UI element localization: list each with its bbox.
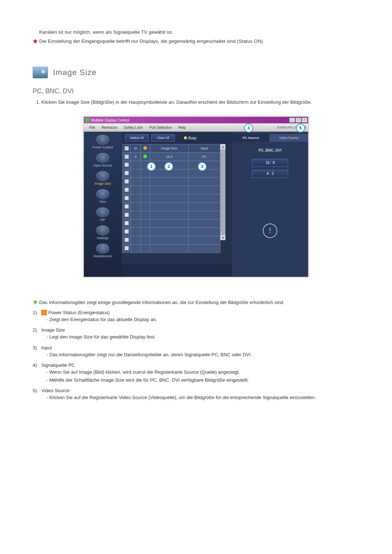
table-row[interactable] bbox=[123, 211, 220, 219]
row-input: PC bbox=[188, 153, 220, 161]
menu-file[interactable]: File bbox=[86, 124, 98, 131]
sidebar-item-power-control[interactable]: Power Control bbox=[85, 135, 121, 149]
desc-item-title-row: Input bbox=[41, 345, 359, 350]
clear-all-button[interactable]: Clear All bbox=[151, 134, 175, 141]
desc-intro: Das Informationsgitter zeigt einige grun… bbox=[39, 299, 285, 306]
power-status-icon bbox=[143, 155, 147, 158]
description-block: ★ Das Informationsgitter zeigt einige gr… bbox=[33, 299, 359, 401]
desc-item-line: Zeigt den Energiestatus für das aktuelle… bbox=[46, 316, 359, 323]
desc-item-number: 5) bbox=[33, 388, 41, 393]
desc-item-title: Power Status (Energiestatus) bbox=[48, 310, 110, 315]
tab-video-source[interactable]: Video Source 5 bbox=[270, 134, 308, 142]
table-row[interactable] bbox=[123, 203, 220, 211]
callout-5: 5 bbox=[296, 124, 305, 132]
app-icon bbox=[85, 118, 90, 122]
scroll-up-icon[interactable]: ▴ bbox=[220, 144, 225, 149]
grid-header-power bbox=[140, 144, 150, 153]
menu-remocon[interactable]: Remocon bbox=[98, 124, 121, 131]
section-title: Image Size bbox=[53, 68, 97, 77]
desc-item: 1)Power Status (Energiestatus)Zeigt den … bbox=[33, 310, 359, 323]
desc-item-title-row: Signalquelle PC bbox=[41, 362, 359, 368]
image-size-icon bbox=[33, 67, 48, 78]
info-icon: ! bbox=[263, 223, 277, 238]
tab-pc-source[interactable]: PC Source 4 bbox=[232, 134, 270, 142]
row-size: 16:9 bbox=[150, 153, 188, 161]
desc-item-title-row: Image Size bbox=[41, 327, 359, 333]
pip-icon bbox=[96, 207, 109, 217]
section-subhead: PC, BNC, DVI bbox=[33, 87, 359, 95]
sidebar: Power Control Input Source Image Size Ti… bbox=[84, 132, 122, 277]
sidebar-item-image-size[interactable]: Image Size bbox=[85, 171, 121, 185]
close-button[interactable]: × bbox=[302, 118, 307, 123]
busy-dot-icon bbox=[184, 136, 187, 139]
section-step-1: Klicken Sie Image Size (Bildgröße) in de… bbox=[41, 99, 359, 106]
menu-safety-lock[interactable]: Safety Lock bbox=[121, 124, 146, 131]
intro-line-2: ★ Die Einstellung der Eingangsquelle bet… bbox=[33, 38, 359, 45]
table-row[interactable] bbox=[123, 228, 220, 236]
callout-4: 4 bbox=[244, 124, 253, 132]
input-source-icon bbox=[96, 153, 109, 163]
info-grid: ID Image Size Input 0 16:9 PC bbox=[122, 144, 220, 253]
app-window: Multiple Display Control _ □ × File Remo… bbox=[83, 116, 309, 277]
desc-item: 5)Video SourceKlicken Sie auf die Regist… bbox=[33, 388, 359, 401]
minimize-button[interactable]: _ bbox=[289, 118, 295, 123]
sidebar-item-time[interactable]: Time bbox=[85, 189, 121, 204]
busy-indicator: Busy bbox=[184, 136, 196, 140]
source-label: PC, BNC, DVI bbox=[232, 148, 308, 152]
row-id: 0 bbox=[131, 153, 141, 161]
right-pane: PC Source 4 Video Source 5 PC, BNC, DVI … bbox=[232, 132, 308, 277]
sidebar-item-settings[interactable]: Settings bbox=[85, 225, 121, 240]
table-row[interactable] bbox=[123, 178, 220, 186]
menu-help[interactable]: Help bbox=[175, 124, 189, 131]
green-star-icon: ★ bbox=[33, 299, 39, 305]
table-row[interactable] bbox=[123, 219, 220, 228]
desc-item-line: Wenn Sie auf Image (Bild) klicken, wird … bbox=[46, 369, 359, 376]
desc-item-line: Legt den Image Size für das gewählte Dis… bbox=[46, 333, 359, 341]
power-control-icon bbox=[96, 135, 109, 145]
desc-item-title-row: Power Status (Energiestatus) bbox=[41, 310, 359, 315]
settings-icon bbox=[96, 225, 109, 235]
menubar: File Remocon Safety Lock Port Selection … bbox=[84, 123, 308, 132]
time-icon bbox=[96, 189, 109, 199]
desc-item-title: Video Source bbox=[41, 388, 70, 393]
sidebar-item-maintenance[interactable]: Maintenance bbox=[85, 243, 121, 258]
desc-item-number: 3) bbox=[33, 345, 41, 350]
table-row[interactable] bbox=[123, 186, 220, 194]
callout-1: 1 bbox=[147, 162, 156, 171]
intro-text-2: Die Einstellung der Eingangsquelle betri… bbox=[39, 38, 359, 45]
row-checkbox[interactable] bbox=[124, 155, 129, 159]
maintenance-icon bbox=[96, 243, 109, 254]
intro-line-1: ★ Kanälen ist nur möglich, wenn als Sign… bbox=[33, 29, 359, 36]
table-row[interactable] bbox=[123, 245, 220, 253]
power-small-icon bbox=[41, 310, 47, 315]
ratio-16-9-button[interactable]: 16 : 9 bbox=[252, 159, 288, 167]
grid-scrollbar[interactable]: ▴ ▾ bbox=[220, 144, 225, 240]
grid-header-check bbox=[123, 144, 131, 153]
callout-2: 2 bbox=[164, 162, 173, 171]
titlebar: Multiple Display Control _ □ × bbox=[84, 117, 308, 123]
sidebar-item-input-source[interactable]: Input Source bbox=[85, 153, 121, 167]
select-all-button[interactable]: Select All bbox=[125, 134, 148, 141]
menu-port-selection[interactable]: Port Selection bbox=[146, 124, 175, 131]
grid-header-image-size: Image Size bbox=[150, 144, 188, 153]
desc-item-title-row: Video Source bbox=[41, 388, 359, 393]
desc-item-title: Image Size bbox=[41, 327, 65, 333]
desc-item-line: Mithilfe der Schaltfläche Image Size wir… bbox=[46, 377, 359, 384]
desc-item: 2)Image SizeLegt den Image Size für das … bbox=[33, 327, 359, 341]
desc-item-title: Input bbox=[41, 345, 52, 350]
star-icon: ★ bbox=[33, 38, 39, 45]
desc-item-number: 2) bbox=[33, 327, 41, 333]
image-size-sb-icon bbox=[96, 171, 109, 181]
table-row[interactable]: 0 16:9 PC bbox=[123, 153, 220, 161]
table-row[interactable] bbox=[123, 169, 220, 178]
desc-item-line: Das Informationsgitter zeigt nur die Dar… bbox=[46, 351, 359, 358]
scroll-down-icon[interactable]: ▾ bbox=[220, 235, 225, 240]
table-row[interactable] bbox=[123, 194, 220, 203]
intro-text-1: Kanälen ist nur möglich, wenn als Signal… bbox=[39, 29, 359, 36]
table-row[interactable] bbox=[123, 236, 220, 245]
desc-item-line: Klicken Sie auf die Registerkarte Video … bbox=[46, 394, 359, 401]
maximize-button[interactable]: □ bbox=[295, 118, 301, 123]
ratio-4-3-button[interactable]: 4 : 3 bbox=[252, 170, 288, 178]
grid-header-input: Input bbox=[188, 144, 220, 153]
sidebar-item-pip[interactable]: PIP bbox=[85, 207, 121, 222]
